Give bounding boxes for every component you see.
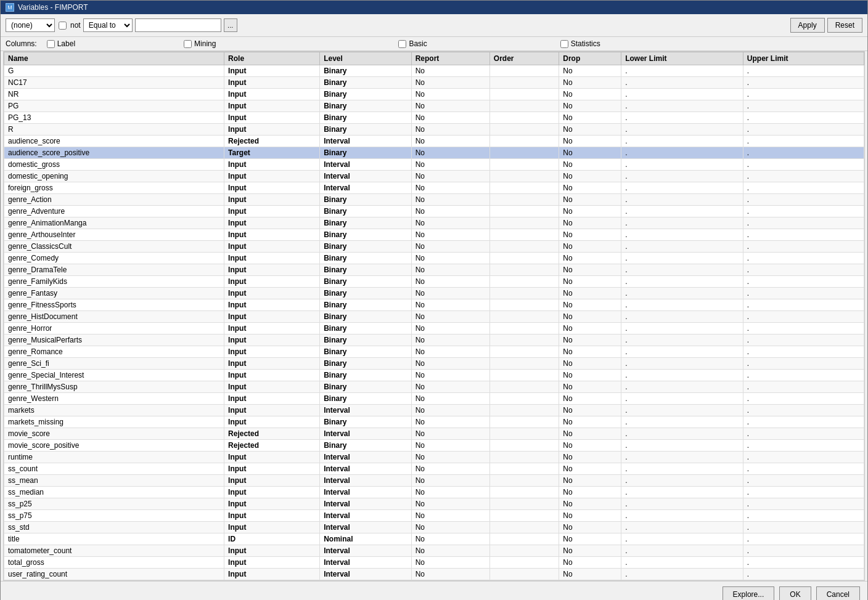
table-row[interactable]: tomatometer_countInputIntervalNoNo.. [4,545,864,557]
cell-drop: No [559,264,621,276]
table-row[interactable]: marketsInputIntervalNoNo.. [4,405,864,416]
cell-report: No [411,147,489,159]
table-row[interactable]: genre_HorrorInputBinaryNoNo.. [4,323,864,334]
basic-checkbox[interactable] [398,40,406,48]
col-header-drop[interactable]: Drop [559,52,621,65]
label-checkbox-label[interactable]: Label [47,39,75,48]
table-row[interactable]: NC17InputBinaryNoNo.. [4,77,864,89]
table-row[interactable]: genre_MusicalPerfartsInputBinaryNoNo.. [4,334,864,346]
cell-lower-limit: . [621,381,743,393]
apply-button[interactable]: Apply [790,18,825,33]
table-row[interactable]: PG_13InputBinaryNoNo.. [4,112,864,124]
condition-dropdown[interactable]: Equal to [83,18,133,32]
table-row[interactable]: movie_scoreRejectedIntervalNoNo.. [4,428,864,440]
col-header-report[interactable]: Report [411,52,489,65]
table-row[interactable]: genre_FitnessSportsInputBinaryNoNo.. [4,299,864,311]
table-row[interactable]: ss_stdInputIntervalNoNo.. [4,522,864,533]
cell-report: No [411,545,489,557]
table-row[interactable]: domestic_openingInputIntervalNoNo.. [4,171,864,182]
table-row[interactable]: genre_ComedyInputBinaryNoNo.. [4,253,864,264]
cancel-button[interactable]: Cancel [816,586,860,600]
table-row[interactable]: genre_Special_InterestInputBinaryNoNo.. [4,370,864,381]
cell-report: No [411,171,489,182]
col-header-upper-limit[interactable]: Upper Limit [743,52,864,65]
cell-upper-limit: . [743,206,864,217]
ok-button[interactable]: OK [779,586,811,600]
cell-drop: No [559,323,621,334]
filter-text-input[interactable] [135,18,221,32]
table-row[interactable]: genre_ThrillMysSuspInputBinaryNoNo.. [4,381,864,393]
table-row[interactable]: ss_meanInputIntervalNoNo.. [4,475,864,487]
table-row[interactable]: GInputBinaryNoNo.. [4,65,864,77]
ellipsis-button[interactable]: ... [224,18,237,32]
mining-checkbox-label[interactable]: Mining [184,39,216,48]
table-row[interactable]: audience_score_positiveTargetBinaryNoNo.… [4,147,864,159]
table-row[interactable]: genre_AnimationMangaInputBinaryNoNo.. [4,217,864,229]
not-checkbox[interactable] [59,22,67,30]
table-row[interactable]: ss_countInputIntervalNoNo.. [4,463,864,475]
statistics-checkbox-label[interactable]: Statistics [560,39,600,48]
table-row[interactable]: foreign_grossInputIntervalNoNo.. [4,182,864,194]
table-row[interactable]: genre_WesternInputBinaryNoNo.. [4,393,864,405]
table-row[interactable]: genre_FantasyInputBinaryNoNo.. [4,288,864,299]
cell-upper-limit: . [743,241,864,253]
cell-order [489,393,559,405]
cell-name: genre_Special_Interest [4,370,224,381]
cell-report: No [411,533,489,545]
table-row[interactable]: movie_score_positiveRejectedBinaryNoNo.. [4,440,864,452]
table-row[interactable]: genre_ArthouseInterInputBinaryNoNo.. [4,229,864,241]
table-row[interactable]: genre_HistDocumentInputBinaryNoNo.. [4,311,864,323]
table-row[interactable]: titleIDNominalNoNo.. [4,533,864,545]
cell-role: Rejected [224,440,320,452]
table-row[interactable]: user_rating_countInputIntervalNoNo.. [4,569,864,580]
cell-name: genre_HistDocument [4,311,224,323]
cell-name: domestic_opening [4,171,224,182]
table-row[interactable]: genre_DramaTeleInputBinaryNoNo.. [4,264,864,276]
table-row[interactable]: genre_AdventureInputBinaryNoNo.. [4,206,864,217]
cell-level: Binary [320,206,412,217]
cell-report: No [411,416,489,428]
cell-lower-limit: . [621,182,743,194]
table-row[interactable]: ss_p75InputIntervalNoNo.. [4,510,864,522]
reset-button[interactable]: Reset [827,18,862,33]
cell-level: Binary [320,253,412,264]
table-row[interactable]: domestic_grossInputIntervalNoNo.. [4,159,864,171]
statistics-checkbox[interactable] [560,40,568,48]
table-row[interactable]: genre_ClassicsCultInputBinaryNoNo.. [4,241,864,253]
table-row[interactable]: ss_p25InputIntervalNoNo.. [4,498,864,510]
cell-name: ss_std [4,522,224,533]
table-row[interactable]: markets_missingInputBinaryNoNo.. [4,416,864,428]
col-header-order[interactable]: Order [489,52,559,65]
cell-upper-limit: . [743,346,864,358]
col-header-lower-limit[interactable]: Lower Limit [621,52,743,65]
cell-name: genre_ArthouseInter [4,229,224,241]
col-header-name[interactable]: Name [4,52,224,65]
cell-order [489,171,559,182]
table-row[interactable]: NRInputBinaryNoNo.. [4,89,864,100]
label-checkbox[interactable] [47,40,55,48]
basic-checkbox-label[interactable]: Basic [398,39,427,48]
col-header-role[interactable]: Role [224,52,320,65]
table-row[interactable]: runtimeInputIntervalNoNo.. [4,452,864,463]
cell-level: Binary [320,299,412,311]
cell-level: Interval [320,159,412,171]
cell-name: markets [4,405,224,416]
cell-report: No [411,136,489,147]
cell-order [489,416,559,428]
table-row[interactable]: genre_RomanceInputBinaryNoNo.. [4,346,864,358]
cell-name: genre_MusicalPerfarts [4,334,224,346]
cell-level: Interval [320,405,412,416]
table-row[interactable]: total_grossInputIntervalNoNo.. [4,557,864,569]
table-row[interactable]: audience_scoreRejectedIntervalNoNo.. [4,136,864,147]
col-header-level[interactable]: Level [320,52,412,65]
table-row[interactable]: ss_medianInputIntervalNoNo.. [4,487,864,498]
table-row[interactable]: PGInputBinaryNoNo.. [4,100,864,112]
table-row[interactable]: RInputBinaryNoNo.. [4,124,864,136]
table-row[interactable]: genre_FamilyKidsInputBinaryNoNo.. [4,276,864,288]
mining-checkbox[interactable] [184,40,192,48]
cell-name: title [4,533,224,545]
table-row[interactable]: genre_Sci_fiInputBinaryNoNo.. [4,358,864,370]
table-row[interactable]: genre_ActionInputBinaryNoNo.. [4,194,864,206]
explore-button[interactable]: Explore... [723,586,775,600]
filter-dropdown[interactable]: (none) [6,18,55,32]
